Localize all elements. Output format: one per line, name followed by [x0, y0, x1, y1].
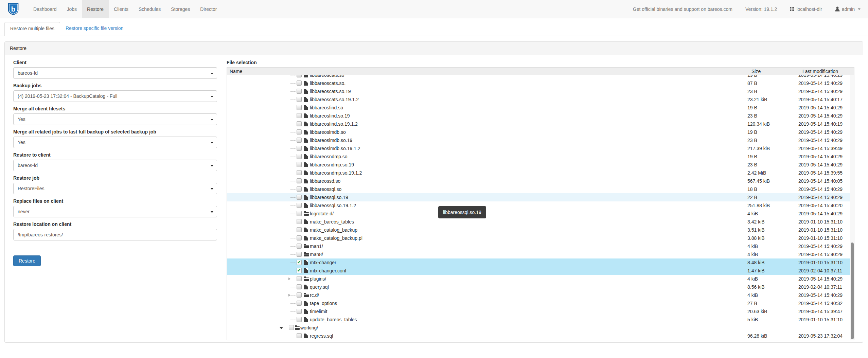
tree-row-make-bareos-tables[interactable]: make_bareos_tables3.42 kiB2019-01-10 15:… — [227, 218, 850, 226]
tree-checkbox[interactable] — [297, 276, 302, 281]
tree-row-libbareoscats-so[interactable]: libbareoscats.so19 B2019-05-14 15:40:29 — [227, 75, 850, 79]
tree-row-man1[interactable]: man1/4 kiB2019-05-14 15:40:29 — [227, 242, 850, 250]
merge-filesets-select[interactable]: Yes — [13, 113, 217, 125]
tree-row-mtx-changer[interactable]: mtx-changer8.48 kiB2019-01-10 15:31:10 — [227, 258, 850, 267]
tree-row-libbareossql-so-19-1-2[interactable]: libbareossql.so.19.1.2251.88 kiB2019-05-… — [227, 201, 850, 210]
tree-checkbox[interactable] — [297, 154, 302, 159]
restore-to-client-select[interactable]: bareos-fd — [13, 160, 217, 171]
tree-checkbox[interactable] — [297, 252, 302, 257]
tree-row-tape-options[interactable]: tape_options27 B2019-05-14 15:40:32 — [227, 299, 850, 307]
tree-checkbox[interactable] — [297, 170, 302, 175]
nav-item-dashboard[interactable]: Dashboard — [28, 0, 62, 18]
restore-job-select[interactable]: RestoreFiles — [13, 183, 217, 194]
user-menu[interactable]: admin — [835, 6, 861, 12]
tree-row-libbareosfind-so[interactable]: libbareosfind.so19 B2019-05-14 15:40:29 — [227, 104, 850, 112]
tree-checkbox[interactable] — [297, 244, 302, 249]
tree-row-working[interactable]: working/ — [227, 324, 850, 332]
director-selector[interactable]: localhost-dir — [790, 6, 822, 12]
tree-checkbox[interactable] — [297, 195, 302, 200]
nav-item-director[interactable]: Director — [195, 0, 222, 18]
tree-row-man8[interactable]: man8/4 kiB2019-05-14 15:40:29 — [227, 250, 850, 258]
nav-item-restore[interactable]: Restore — [82, 0, 109, 18]
tree-row-libbareoslmdb-so-19-1-2[interactable]: libbareoslmdb.so.19.1.2217.39 kiB2019-05… — [227, 144, 850, 153]
merge-related-jobs-select[interactable]: Yes — [13, 137, 217, 148]
tree-checkbox[interactable] — [297, 260, 302, 265]
replace-files-select[interactable]: never — [13, 206, 217, 217]
file-name: update_bareos_tables — [310, 316, 357, 324]
mtime-cell: 2019-01-10 15:31:10 — [796, 226, 850, 234]
tree-row-rc-d[interactable]: rc.d/4 kiB2019-05-14 15:40:29 — [227, 291, 850, 299]
tree-row-make-catalog-backup-pl[interactable]: make_catalog_backup.pl3.88 kiB2019-01-10… — [227, 234, 850, 242]
tree-checkbox[interactable] — [297, 227, 302, 232]
tree-row-update-bareos-tables[interactable]: update_bareos_tables5 kiB2019-01-10 15:3… — [227, 316, 850, 324]
nav-item-jobs[interactable]: Jobs — [62, 0, 82, 18]
file-icon — [304, 236, 308, 240]
scrollbar-track[interactable] — [850, 75, 854, 340]
tree-row-libbareosndmp-so[interactable]: libbareosndmp.so19 B2019-05-14 15:40:29 — [227, 153, 850, 161]
tree-row-plugins[interactable]: plugins/4 kiB2019-05-14 15:40:29 — [227, 275, 850, 283]
tree-line — [282, 210, 282, 218]
nav-item-schedules[interactable]: Schedules — [134, 0, 166, 18]
tree-row-timelimit[interactable]: timelimit20.63 kiB2019-05-14 15:39:47 — [227, 307, 850, 316]
tree-checkbox[interactable] — [297, 121, 302, 126]
nav-item-clients[interactable]: Clients — [109, 0, 134, 18]
tree-row-regress-sql[interactable]: regress.sql96.28 kiB2019-05-23 17:32:04 — [227, 332, 850, 340]
tree-checkbox[interactable] — [297, 162, 302, 167]
restore-location-input[interactable] — [13, 229, 217, 240]
tab-restore-multiple-files[interactable]: Restore multiple files — [4, 22, 60, 36]
caret-down-icon — [211, 96, 213, 97]
tree-checkbox[interactable] — [297, 75, 302, 77]
tree-checkbox[interactable] — [297, 292, 302, 298]
tree-checkbox[interactable] — [297, 203, 302, 208]
tree-checkbox[interactable] — [297, 80, 302, 86]
tree-checkbox[interactable] — [297, 146, 302, 151]
tree-row-libbareoslmdb-so[interactable]: libbareoslmdb.so19 B2019-05-14 15:40:29 — [227, 128, 850, 136]
tree-checkbox[interactable] — [297, 178, 302, 183]
nav-item-storages[interactable]: Storages — [166, 0, 195, 18]
tree-checkbox[interactable] — [297, 186, 302, 192]
client-select[interactable]: bareos-fd — [13, 67, 217, 79]
tree-checkbox[interactable] — [297, 309, 302, 314]
tree-checkbox[interactable] — [297, 219, 302, 224]
tree-checkbox[interactable] — [297, 284, 302, 289]
tree-checkbox[interactable] — [297, 235, 302, 240]
scrollbar-thumb[interactable] — [851, 243, 854, 339]
support-link[interactable]: Get official binaries and support on bar… — [633, 6, 732, 12]
tree-line — [282, 161, 282, 169]
tree-checkbox[interactable] — [297, 105, 302, 110]
tree-checkbox[interactable] — [297, 129, 302, 135]
tree-row-libbareoscats-so-19-1-2[interactable]: libbareoscats.so.19.1.223.21 kiB2019-05-… — [227, 95, 850, 104]
tree-checkbox[interactable] — [297, 113, 302, 118]
tree-row-libbareosndmp-so-19-1-2[interactable]: libbareosndmp.so.19.1.22.42 MiB2019-05-1… — [227, 169, 850, 177]
tree-row-libbareoscats-so-19[interactable]: libbareoscats.so.1923 B2019-05-14 15:40:… — [227, 87, 850, 95]
tree-checkbox[interactable] — [297, 333, 302, 338]
user-name: admin — [842, 6, 855, 12]
tab-restore-specific-file-version[interactable]: Restore specific file version — [60, 22, 129, 36]
user-icon — [835, 6, 840, 12]
tree-row-libbareoscats-so[interactable]: libbareoscats.so.87 B2019-05-14 15:40:29 — [227, 79, 850, 87]
tree-checkbox[interactable] — [297, 89, 302, 94]
tree-row-libbareosndmp-so-19[interactable]: libbareosndmp.so.1923 B2019-05-14 15:40:… — [227, 161, 850, 169]
tree-checkbox[interactable] — [297, 317, 302, 322]
tree-row-logrotate-d[interactable]: logrotate.d/4 kiB2019-05-14 15:40:29 — [227, 210, 850, 218]
tree-row-libbareossql-so[interactable]: libbareossql.so18 B2019-05-14 15:40:29 — [227, 185, 850, 193]
tree-checkbox[interactable] — [289, 325, 294, 330]
backup-jobs-select[interactable]: (4) 2019-05-23 17:32:04 - BackupCatalog … — [13, 90, 217, 102]
tree-checkbox[interactable] — [297, 301, 302, 306]
tree-checkbox[interactable] — [297, 211, 302, 216]
tree-row-libbareossql-so-19[interactable]: libbareossql.so.1922 B2019-05-14 15:40:2… — [227, 193, 850, 201]
expander-open-icon[interactable] — [280, 327, 283, 329]
tree-checkbox[interactable] — [297, 97, 302, 102]
bareos-logo[interactable]: b — [0, 0, 28, 18]
tree-row-libbareossd-so[interactable]: libbareossd.so567.45 kiB2019-05-14 15:40… — [227, 177, 850, 185]
tree-checkbox[interactable] — [297, 268, 302, 273]
tree-row-query-sql[interactable]: query.sql8.56 kiB2019-02-04 10:37:11 — [227, 283, 850, 291]
tree-checkbox[interactable] — [297, 138, 302, 143]
tree-row-libbareoslmdb-so-19[interactable]: libbareoslmdb.so.1923 B2019-05-14 15:40:… — [227, 136, 850, 144]
tree-row-make-catalog-backup[interactable]: make_catalog_backup3.51 kiB2019-01-10 15… — [227, 226, 850, 234]
tree-row-mtx-changer-conf[interactable]: mtx-changer.conf1.47 kiB2019-02-04 10:37… — [227, 267, 850, 275]
tree-row-libbareosfind-so-19[interactable]: libbareosfind.so.1923 B2019-05-14 15:40:… — [227, 112, 850, 120]
restore-button[interactable]: Restore — [13, 255, 41, 266]
tree-row-libbareosfind-so-19-1-2[interactable]: libbareosfind.so.19.1.2120.34 kiB2019-05… — [227, 120, 850, 128]
file-icon — [304, 81, 308, 86]
